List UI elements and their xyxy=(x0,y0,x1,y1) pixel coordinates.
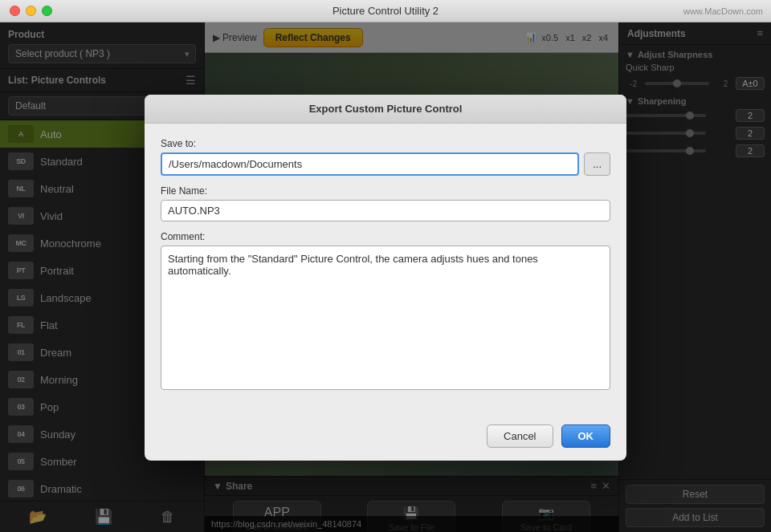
close-button[interactable] xyxy=(10,6,20,16)
modal-body: Save to: ... File Name: Comment: Startin… xyxy=(145,124,626,416)
comment-label: Comment: xyxy=(161,231,610,242)
ok-button[interactable]: OK xyxy=(561,424,611,448)
modal-overlay: Export Custom Picture Control Save to: .… xyxy=(0,22,771,532)
export-modal: Export Custom Picture Control Save to: .… xyxy=(145,95,626,461)
browse-button[interactable]: ... xyxy=(584,152,610,176)
watermark: www.MacDown.com xyxy=(683,6,763,16)
comment-field: Comment: Starting from the "Standard" Pi… xyxy=(161,231,610,392)
save-to-row: ... xyxy=(161,152,610,176)
file-name-field: File Name: xyxy=(161,185,610,221)
cancel-button[interactable]: Cancel xyxy=(487,424,553,448)
save-to-input[interactable] xyxy=(161,152,579,176)
comment-textarea[interactable]: Starting from the "Standard" Picture Con… xyxy=(161,246,610,390)
save-to-field: Save to: ... xyxy=(161,138,610,176)
minimize-button[interactable] xyxy=(26,6,36,16)
modal-footer: Cancel OK xyxy=(145,416,626,461)
file-name-input[interactable] xyxy=(161,200,610,221)
modal-title: Export Custom Picture Control xyxy=(145,95,626,124)
file-name-label: File Name: xyxy=(161,185,610,197)
title-bar: Picture Control Utility 2 www.MacDown.co… xyxy=(0,0,771,22)
window-title: Picture Control Utility 2 xyxy=(332,5,439,17)
save-to-label: Save to: xyxy=(161,138,610,149)
window-controls xyxy=(10,6,52,16)
maximize-button[interactable] xyxy=(42,6,52,16)
